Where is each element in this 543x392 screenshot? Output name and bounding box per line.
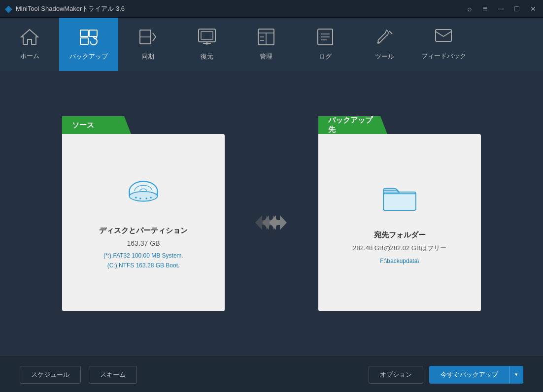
schedule-button[interactable]: スケジュール — [20, 366, 81, 384]
source-title: ディスクとパーティション — [99, 226, 188, 235]
sync-icon — [139, 28, 157, 48]
sidebar-item-sync[interactable]: 同期 — [118, 18, 177, 71]
manage-label: 管理 — [260, 52, 272, 61]
destination-header: バックアップ先 — [318, 116, 387, 134]
source-size: 163.37 GB — [127, 239, 160, 247]
menu-icon[interactable]: ≡ — [481, 3, 489, 14]
navbar: ホーム バックアップ 同期 — [0, 18, 543, 71]
svg-rect-6 — [201, 32, 213, 39]
svg-point-29 — [150, 197, 152, 199]
svg-rect-19 — [436, 30, 451, 41]
tools-icon — [375, 28, 393, 48]
feedback-icon — [435, 29, 452, 48]
main-content: ソース — [0, 71, 543, 357]
manage-icon — [257, 28, 275, 48]
footer: スケジュール スキーム オプション 今すぐバックアップ ▾ — [0, 357, 543, 392]
backup-label: バックアップ — [69, 52, 108, 61]
svg-point-28 — [145, 198, 147, 200]
titlebar-controls: ⌕ ≡ ─ □ ✕ — [465, 3, 538, 14]
svg-rect-1 — [89, 30, 97, 36]
destination-title: 宛先フォルダー — [374, 230, 426, 240]
arrow-icon — [254, 210, 289, 235]
tools-label: ツール — [375, 52, 394, 61]
folder-icon — [380, 179, 419, 221]
sidebar-item-manage[interactable]: 管理 — [237, 18, 296, 71]
close-button[interactable]: ✕ — [528, 4, 538, 14]
home-icon — [20, 29, 39, 48]
svg-line-18 — [389, 31, 392, 34]
sidebar-item-restore[interactable]: 復元 — [177, 18, 237, 71]
destination-card-wrapper: バックアップ先 宛先フォルダー 282.48 GBの282.02 GBはフリー … — [318, 116, 481, 311]
source-header: ソース — [62, 116, 131, 134]
source-card[interactable]: ディスクとパーティション 163.37 GB (*:).FAT32 100.00… — [62, 134, 225, 311]
search-icon[interactable]: ⌕ — [465, 3, 474, 14]
log-label: ログ — [319, 52, 332, 61]
svg-rect-0 — [80, 30, 88, 36]
sidebar-item-home[interactable]: ホーム — [0, 18, 59, 71]
app-title: MiniTool ShadowMakerトライアル 3.6 — [16, 4, 125, 13]
sidebar-item-backup[interactable]: バックアップ — [59, 18, 118, 71]
source-detail: (*:).FAT32 100.00 MB System. (C:).NTFS 1… — [103, 251, 183, 270]
sidebar-item-tools[interactable]: ツール — [355, 18, 414, 71]
svg-point-27 — [139, 198, 141, 200]
log-icon — [317, 28, 334, 48]
app-logo: ◈ — [5, 3, 12, 14]
feedback-label: フィードバック — [421, 52, 466, 61]
destination-card[interactable]: 宛先フォルダー 282.48 GBの282.02 GBはフリー F:\backu… — [318, 134, 481, 311]
footer-left: スケジュール スキーム — [20, 366, 137, 384]
sync-label: 同期 — [141, 52, 154, 61]
maximize-button[interactable]: □ — [512, 3, 521, 14]
sidebar-item-log[interactable]: ログ — [296, 18, 355, 71]
backup-now-button[interactable]: 今すぐバックアップ — [429, 366, 509, 384]
svg-point-25 — [130, 192, 158, 201]
restore-icon — [198, 28, 216, 48]
scheme-button[interactable]: スキーム — [89, 366, 137, 384]
destination-path: F:\backupdata\ — [380, 257, 419, 266]
backup-now-group: 今すぐバックアップ ▾ — [429, 366, 523, 384]
titlebar: ◈ MiniTool ShadowMakerトライアル 3.6 ⌕ ≡ ─ □ … — [0, 0, 543, 18]
source-card-wrapper: ソース — [62, 116, 225, 311]
home-label: ホーム — [20, 52, 39, 61]
restore-label: 復元 — [201, 52, 213, 61]
sidebar-item-feedback[interactable]: フィードバック — [414, 18, 473, 71]
footer-right: オプション 今すぐバックアップ ▾ — [369, 366, 523, 384]
svg-rect-2 — [80, 38, 88, 44]
options-button[interactable]: オプション — [369, 366, 423, 384]
hdd-icon — [124, 175, 163, 216]
svg-point-26 — [135, 197, 137, 199]
titlebar-left: ◈ MiniTool ShadowMakerトライアル 3.6 — [5, 3, 125, 14]
minimize-button[interactable]: ─ — [496, 3, 506, 14]
backup-now-dropdown[interactable]: ▾ — [509, 366, 523, 384]
destination-size: 282.48 GBの282.02 GBはフリー — [353, 244, 446, 253]
backup-icon — [79, 28, 99, 48]
